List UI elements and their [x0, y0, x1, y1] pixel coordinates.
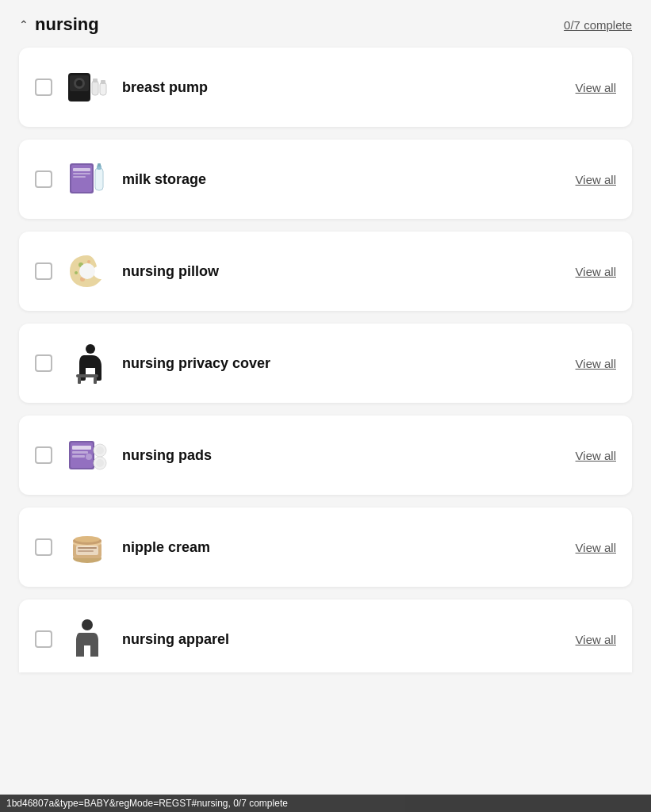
view-all-nursing-pillow[interactable]: View all [576, 265, 616, 278]
section-header: ⌃ nursing 0/7 complete [0, 0, 651, 48]
svg-rect-31 [72, 451, 88, 454]
svg-point-33 [86, 454, 92, 460]
svg-rect-26 [78, 377, 81, 384]
section-title-group: ⌃ nursing [19, 14, 99, 35]
view-all-nursing-privacy-cover[interactable]: View all [576, 357, 616, 370]
svg-point-37 [96, 459, 104, 467]
item-checkbox-breast-pump[interactable] [35, 79, 52, 96]
item-card[interactable]: nipple cream View all [19, 508, 632, 587]
svg-rect-15 [98, 163, 101, 167]
nipple-cream-image [63, 523, 111, 571]
svg-rect-44 [78, 547, 97, 549]
item-card[interactable]: nursing pillow View all [19, 232, 632, 311]
items-list: breast pump View all mi [0, 48, 651, 672]
item-checkbox-nursing-pads[interactable] [35, 446, 52, 464]
item-card[interactable]: nursing privacy cover View all [19, 324, 632, 403]
svg-rect-27 [94, 377, 97, 384]
item-card-partial[interactable]: nursing apparel View all [19, 599, 632, 672]
svg-rect-10 [73, 168, 90, 171]
item-checkbox-nipple-cream[interactable] [35, 538, 52, 556]
svg-rect-30 [72, 446, 91, 450]
item-card[interactable]: nursing pads View all [19, 416, 632, 495]
item-checkbox-nursing-privacy-cover[interactable] [35, 354, 52, 372]
status-bar: 1bd46807a&type=BABY&regMode=REGST#nursin… [0, 795, 651, 812]
svg-point-22 [86, 344, 95, 354]
item-checkbox-nursing-apparel[interactable] [35, 630, 52, 648]
view-all-nipple-cream[interactable]: View all [576, 541, 616, 554]
item-name-breast-pump: breast pump [122, 79, 565, 96]
view-all-nursing-pads[interactable]: View all [576, 449, 616, 462]
item-name-nursing-apparel: nursing apparel [122, 631, 565, 648]
nursing-pillow-image [63, 247, 111, 295]
svg-rect-4 [92, 81, 98, 95]
view-all-breast-pump[interactable]: View all [576, 81, 616, 94]
breast-pump-image [63, 63, 111, 111]
item-name-nursing-pillow: nursing pillow [122, 263, 565, 280]
nursing-pads-image [63, 431, 111, 479]
svg-point-3 [76, 80, 82, 86]
svg-point-35 [96, 446, 104, 454]
page-container: ⌃ nursing 0/7 complete [0, 0, 651, 812]
item-name-nipple-cream: nipple cream [122, 539, 565, 556]
svg-rect-11 [73, 173, 90, 174]
view-all-nursing-apparel[interactable]: View all [576, 633, 616, 646]
item-name-nursing-privacy-cover: nursing privacy cover [122, 355, 565, 372]
item-name-nursing-pads: nursing pads [122, 447, 565, 464]
svg-rect-7 [101, 80, 105, 84]
svg-rect-5 [93, 79, 98, 82]
completion-status[interactable]: 0/7 complete [564, 18, 632, 32]
svg-rect-45 [78, 550, 94, 552]
nursing-apparel-image [63, 615, 111, 663]
status-bar-text: 1bd46807a&type=BABY&regMode=REGST#nursin… [6, 798, 288, 809]
view-all-milk-storage[interactable]: View all [576, 173, 616, 186]
item-checkbox-milk-storage[interactable] [35, 170, 52, 188]
item-checkbox-nursing-pillow[interactable] [35, 262, 52, 280]
svg-point-18 [75, 271, 78, 274]
svg-point-17 [87, 260, 90, 263]
item-card[interactable]: milk storage View all [19, 140, 632, 219]
svg-rect-13 [95, 168, 103, 190]
svg-point-42 [75, 536, 100, 542]
section-title: nursing [35, 14, 99, 35]
svg-point-46 [82, 619, 93, 630]
item-card[interactable]: breast pump View all [19, 48, 632, 127]
item-name-milk-storage: milk storage [122, 171, 565, 188]
svg-rect-25 [76, 374, 98, 377]
svg-rect-6 [100, 82, 106, 95]
nursing-privacy-cover-image [63, 339, 111, 387]
collapse-icon[interactable]: ⌃ [19, 18, 29, 31]
svg-point-21 [79, 263, 95, 279]
svg-rect-12 [73, 176, 86, 178]
milk-storage-image [63, 155, 111, 203]
svg-rect-32 [72, 455, 85, 458]
